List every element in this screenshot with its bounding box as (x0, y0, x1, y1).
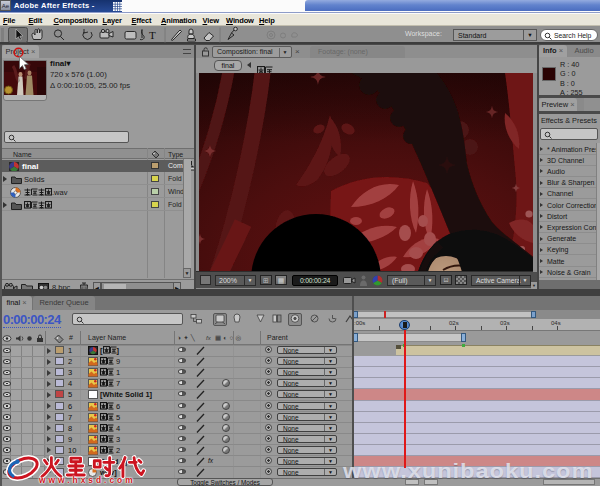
svg-text:T: T (149, 29, 156, 41)
